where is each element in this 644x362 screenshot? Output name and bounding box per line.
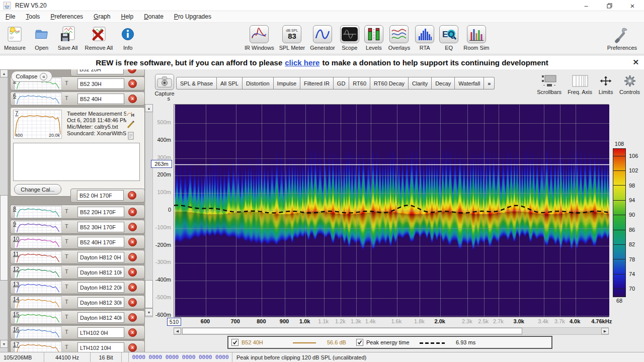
toolbar-measure[interactable]: Measure [4,25,26,51]
measurement-name-input[interactable] [77,190,124,201]
toolbar-preferences[interactable]: Preferences [607,25,637,51]
spectrogram-plot[interactable] [174,104,609,317]
sidebar-scroll-up-icon[interactable]: ▲ [0,69,8,77]
measurement-row[interactable]: 17T× [10,340,145,352]
toolbar-remove-all[interactable]: Remove All [85,25,113,51]
delete-measurement-icon[interactable]: × [128,208,137,216]
delete-measurement-icon[interactable]: × [128,223,137,231]
delete-measurement-icon[interactable]: × [128,191,136,200]
measurement-name-input[interactable] [77,94,124,104]
menu-file[interactable]: File [6,13,15,20]
cal-curve-icon[interactable]: H [126,109,135,118]
toolbar-eq[interactable]: EQEQ [439,25,458,51]
menu-pro-upgrades[interactable]: Pro Upgrades [174,13,211,20]
chart-horizontal-scrollbar[interactable]: ◀ ▶ [174,327,609,335]
tab-filtered-ir[interactable]: Filtered IR [300,77,334,89]
sidebar-scroll-thumb[interactable] [0,195,8,281]
measurement-row[interactable]: 10T× [10,235,145,249]
chart-scroll-up-icon[interactable]: ▲ [145,104,153,112]
menu-graph[interactable]: Graph [94,13,110,20]
tab-waterfall[interactable]: Waterfall [455,77,484,89]
chart-scroll-right-icon[interactable]: ▶ [601,328,609,334]
graph-control-scrollbars[interactable]: Scrollbars [537,73,561,95]
measurement-name-input[interactable] [77,78,124,89]
measurement-name-input[interactable] [77,252,124,262]
toolbar-room-sim[interactable]: Room Sim [463,25,489,51]
measurement-row[interactable]: 13T× [10,280,145,294]
tab-impulse[interactable]: Impulse [274,77,301,89]
tab-clarity[interactable]: Clarity [409,77,432,89]
restore-button[interactable] [598,0,621,11]
tab-decay[interactable]: Decay [432,77,455,89]
measurement-row[interactable]: 14T× [10,295,145,309]
delete-measurement-icon[interactable]: × [128,253,137,261]
banner-close-icon[interactable]: ✕ [632,58,639,67]
measurement-name-input[interactable] [77,267,124,278]
notes-box[interactable] [13,143,140,181]
close-button[interactable]: × [621,0,644,11]
measurement-thumbnail[interactable]: 7 400 20.0k [13,110,62,139]
measurement-name-input[interactable] [77,297,124,308]
spectrogram-canvas[interactable] [174,105,609,317]
toolbar-ir-windows[interactable]: IR Windows [245,25,274,51]
measurement-name-input[interactable] [77,222,124,232]
minimize-button[interactable]: – [575,0,598,11]
capture-button[interactable] [155,74,174,90]
delete-measurement-icon[interactable]: × [128,313,137,322]
measurement-row[interactable]: 9T× [10,220,145,234]
toolbar-spl-meter[interactable]: dB SPL83SPL Meter [279,25,305,51]
tab-all-spl[interactable]: All SPL [217,77,243,89]
legend-checkbox-peak[interactable] [356,339,363,346]
toolbar-overlays[interactable]: Overlays [388,25,410,51]
donate-link[interactable]: click here [285,58,319,67]
delete-measurement-icon[interactable]: × [128,268,137,277]
delete-measurement-icon[interactable]: × [128,328,137,337]
tab-rt60-decay[interactable]: RT60 Decay [370,77,409,89]
measurement-row[interactable]: 15T× [10,310,145,324]
graph-control-freq-axis[interactable]: Freq. Axis [568,73,592,95]
toolbar-scope[interactable]: Scope [340,25,359,51]
menu-donate[interactable]: Donate [144,13,164,20]
measurement-row[interactable]: 8T× [10,205,145,219]
measurement-name-input[interactable] [77,237,124,247]
delete-measurement-icon[interactable]: × [128,298,137,307]
measurement-row[interactable]: × [10,189,145,203]
tab-spl-phase[interactable]: SPL & Phase [176,77,217,89]
measurement-row[interactable]: 6T× [10,92,145,106]
menu-preferences[interactable]: Preferences [50,13,83,20]
toolbar-levels[interactable]: Levels [364,25,383,51]
toolbar-info[interactable]: Info [120,25,136,51]
measurement-row[interactable]: 11T× [10,250,145,264]
delete-measurement-icon[interactable]: × [128,238,137,246]
measurement-row[interactable]: 12T× [10,265,145,279]
measurement-name-input[interactable] [77,282,124,293]
menu-tools[interactable]: Tools [26,13,40,20]
measurement-row[interactable]: 16T× [10,325,145,339]
delete-measurement-icon[interactable]: × [128,343,137,352]
graph-control-controls[interactable]: Controls [619,73,640,95]
measurement-name-input[interactable] [77,327,124,338]
toolbar-generator[interactable]: Generator [310,25,335,51]
measurement-name-input[interactable] [77,342,124,352]
legend-checkbox-trace[interactable] [231,339,238,346]
pencil-icon[interactable] [126,120,135,129]
toolbar-open[interactable]: Open [33,25,51,51]
tab-overflow-icon[interactable]: » [484,77,495,89]
tab-rt60[interactable]: RT60 [349,77,370,89]
sidebar-scroll-down-icon[interactable]: ▼ [0,340,8,348]
graph-control-limits[interactable]: Limits [598,73,613,95]
toolbar-save-all[interactable]: Save All [58,25,78,51]
delete-measurement-icon[interactable]: × [128,283,137,292]
toolbar-rta[interactable]: RTA [415,25,434,51]
collapse-button[interactable]: Collapse « [11,71,52,82]
tab-distortion[interactable]: Distortion [243,77,273,89]
delete-measurement-icon[interactable]: × [128,79,137,88]
chart-scroll-left-icon[interactable]: ◀ [174,328,181,334]
measurement-name-input[interactable] [77,312,124,323]
notes-document-icon[interactable] [126,131,135,140]
chart-hscroll-thumb[interactable] [182,328,522,334]
sidebar-scrollbar[interactable]: ▲ ▼ [0,69,8,352]
measurement-name-input[interactable] [77,69,124,74]
delete-measurement-icon[interactable]: × [128,95,137,103]
tab-gd[interactable]: GD [334,77,350,89]
